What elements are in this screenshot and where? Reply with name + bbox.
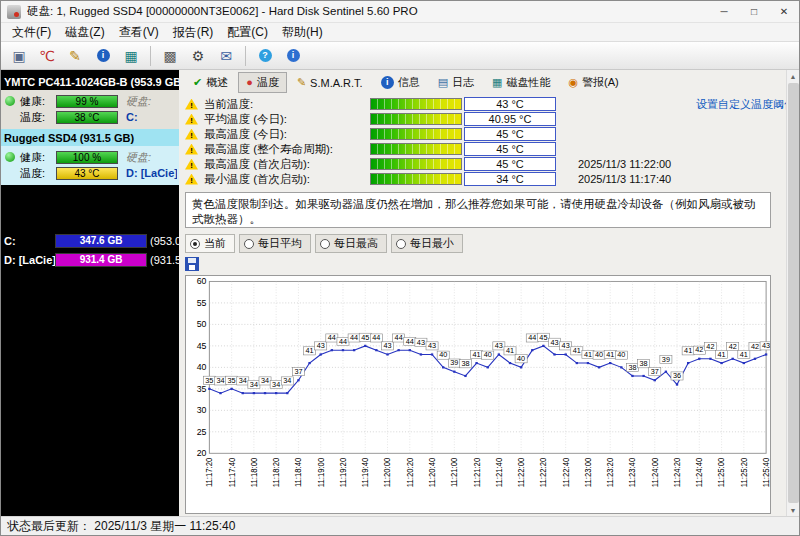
menu-disk[interactable]: 磁盘(Z) — [58, 24, 111, 41]
chart-tab-daily-max[interactable]: 每日最高 — [315, 234, 387, 253]
window-buttons: ─ □ ✕ — [709, 1, 799, 22]
scrollbar-thumb[interactable] — [788, 83, 799, 503]
information-glyph: i — [97, 49, 110, 62]
svg-text:11:18:00: 11:18:00 — [250, 457, 259, 487]
settings-icon[interactable]: ⚙ — [185, 44, 211, 68]
temperature-value: 45 °C — [464, 127, 556, 141]
titlebar: 硬盘: 1, Rugged SSD4 [00000000NT3E0062] - … — [1, 1, 799, 23]
save-chart-button[interactable] — [185, 257, 199, 271]
overview-icon[interactable]: ▣ — [6, 44, 32, 68]
disk-header-1[interactable]: Rugged SSD4 (931.5 GB) — [1, 129, 179, 146]
svg-text:11:21:20: 11:21:20 — [472, 457, 481, 487]
tab-smart[interactable]: ✎S.M.A.R.T. — [289, 74, 371, 92]
close-button[interactable]: ✕ — [769, 1, 799, 22]
menu-file[interactable]: 文件(F) — [5, 24, 58, 41]
svg-text:37: 37 — [651, 368, 659, 375]
tab-alarm[interactable]: ◉警报(A) — [560, 72, 626, 93]
svg-text:34: 34 — [261, 377, 269, 384]
warning-icon — [185, 174, 198, 185]
temperature-summary: 当前温度:43 °C设置自定义温度阈值平均温度 (今日):40.95 °C最高温… — [185, 97, 783, 186]
disk-info-1[interactable]: 健康:100 %硬盘:温度:43 °CD: [LaCie] — [1, 146, 179, 185]
tab-performance[interactable]: ▦磁盘性能 — [484, 72, 558, 93]
set-threshold-link[interactable]: 设置自定义温度阈值 — [696, 97, 795, 112]
smart-glyph: ✎ — [69, 48, 81, 64]
svg-text:40: 40 — [439, 352, 447, 359]
minimize-button[interactable]: ─ — [709, 1, 739, 22]
svg-text:45: 45 — [361, 334, 369, 341]
temp-row-label: 最高温度 (首次启动): — [198, 157, 370, 172]
maximize-button[interactable]: □ — [739, 1, 769, 22]
disk-info-0[interactable]: 健康:99 %硬盘:温度:38 °CC: — [1, 90, 179, 129]
performance-icon[interactable]: ▦ — [118, 44, 144, 68]
svg-text:34: 34 — [250, 381, 258, 388]
partition-row-0[interactable]: C:347.6 GB(953.0 — [1, 232, 179, 249]
temperature-glyph: ℃ — [39, 48, 55, 64]
menu-view[interactable]: 查看(V) — [112, 24, 166, 41]
toolbar: ▣℃✎i▦▩⚙✉?i — [1, 42, 799, 70]
scroll-up-icon[interactable]: ▲ — [787, 70, 799, 82]
warning-icon — [185, 129, 198, 140]
temperature-value: 40.95 °C — [464, 112, 556, 126]
temperature-icon[interactable]: ℃ — [34, 44, 60, 68]
svg-text:41: 41 — [684, 347, 692, 354]
chart-tab-daily-average[interactable]: 每日平均 — [239, 234, 311, 253]
menu-report[interactable]: 报告(R) — [166, 24, 221, 41]
tab-temperature[interactable]: ●温度 — [238, 72, 287, 93]
partition-row-1[interactable]: D: [LaCie]931.4 GB(931.5 — [1, 251, 179, 268]
svg-text:11:19:00: 11:19:00 — [316, 457, 325, 487]
health-label: 健康: — [20, 150, 54, 165]
disk-list-panel: YMTC PC411-1024GB-B (953.9 GB)健康:99 %硬盘:… — [1, 70, 179, 516]
svg-text:34: 34 — [283, 377, 291, 384]
drive-label: D: [LaCie] — [120, 167, 177, 179]
about-icon[interactable]: i — [280, 44, 306, 68]
svg-text:43: 43 — [550, 339, 558, 346]
health-ok-icon — [5, 152, 15, 162]
tab-log[interactable]: ▤日志 — [430, 72, 482, 93]
menu-help[interactable]: 帮助(H) — [275, 24, 330, 41]
svg-text:25: 25 — [197, 427, 207, 437]
scroll-down-icon[interactable]: ▼ — [787, 504, 799, 516]
report-icon[interactable]: ✉ — [213, 44, 239, 68]
temp-row-label: 最小温度 (首次启动): — [198, 172, 370, 187]
svg-text:45: 45 — [539, 334, 547, 341]
svg-text:43: 43 — [495, 342, 503, 349]
disk-header-0[interactable]: YMTC PC411-1024GB-B (953.9 GB) — [1, 73, 179, 90]
svg-text:44: 44 — [339, 338, 347, 345]
temperature-gradient-bar — [370, 98, 462, 110]
toolbar-separator — [245, 46, 246, 66]
svg-text:11:23:00: 11:23:00 — [584, 457, 593, 487]
svg-text:11:23:40: 11:23:40 — [628, 457, 637, 487]
svg-text:43: 43 — [317, 342, 325, 349]
surface-test-glyph: ▩ — [163, 48, 176, 64]
tab-information[interactable]: i信息 — [373, 72, 428, 93]
smart-icon: ✎ — [297, 77, 306, 88]
partition-usage-bar: 931.4 GB — [55, 253, 147, 267]
partition-label: D: [LaCie] — [1, 254, 55, 266]
svg-text:41: 41 — [573, 347, 581, 354]
tab-label: 信息 — [398, 75, 420, 90]
tab-label: 概述 — [206, 75, 228, 90]
about-glyph: i — [287, 49, 300, 62]
timestamp: 2025/11/3 11:22:00 — [578, 158, 671, 170]
svg-text:35: 35 — [228, 377, 236, 384]
vertical-scrollbar[interactable]: ▲ ▼ — [786, 70, 799, 516]
information-icon[interactable]: i — [90, 44, 116, 68]
toolbar-separator — [150, 46, 151, 66]
tab-label: 日志 — [452, 75, 474, 90]
chart-tab-daily-min[interactable]: 每日最小 — [391, 234, 463, 253]
chart-tab-current[interactable]: 当前 — [185, 234, 235, 253]
svg-text:11:21:40: 11:21:40 — [495, 457, 504, 487]
menu-config[interactable]: 配置(C) — [220, 24, 275, 41]
help-glyph: ? — [259, 49, 272, 62]
temperature-gradient-bar — [370, 113, 462, 125]
temp-row-2: 最高温度 (今日):45 °C — [185, 127, 783, 141]
tab-overview[interactable]: ✔概述 — [185, 72, 236, 93]
help-icon[interactable]: ? — [252, 44, 278, 68]
svg-text:11:18:40: 11:18:40 — [294, 457, 303, 487]
surface-test-icon[interactable]: ▩ — [157, 44, 183, 68]
svg-text:11:22:00: 11:22:00 — [517, 457, 526, 487]
svg-text:44: 44 — [395, 334, 403, 341]
smart-icon[interactable]: ✎ — [62, 44, 88, 68]
svg-text:41: 41 — [718, 351, 726, 358]
svg-text:11:24:00: 11:24:00 — [650, 457, 659, 487]
